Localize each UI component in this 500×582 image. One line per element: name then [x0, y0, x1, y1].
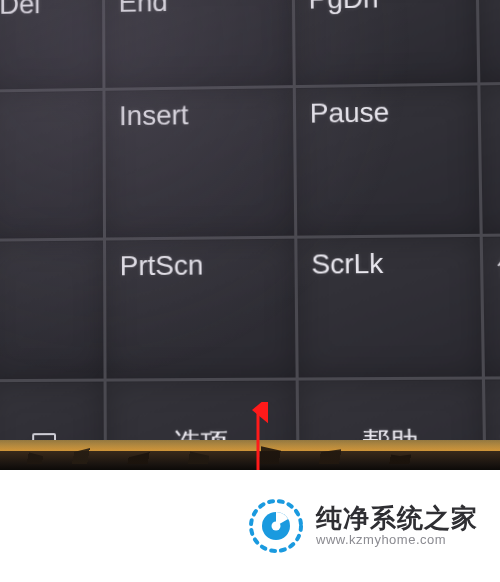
key-insert[interactable]: Insert — [104, 87, 296, 239]
watermark-bar: 纯净系统之家 www.kzmyhome.com — [0, 470, 500, 582]
key-delete[interactable]: Del — [0, 0, 104, 91]
brand-logo-icon — [248, 498, 304, 554]
on-screen-keyboard: Del End PgDn Insert Pause PrtScn ScrLk — [0, 0, 500, 452]
key-pause[interactable]: Pause — [294, 84, 481, 237]
key-blank-2[interactable] — [0, 239, 105, 381]
screen-photo: Del End PgDn Insert Pause PrtScn ScrLk — [0, 0, 500, 470]
key-label: Insert — [119, 99, 188, 131]
key-label: ScrLk — [311, 248, 383, 280]
key-cut-right-2[interactable]: 们 — [481, 235, 500, 378]
key-label: Del — [0, 0, 40, 20]
brand-text: 纯净系统之家 www.kzmyhome.com — [316, 504, 478, 549]
key-cut-right-1[interactable] — [479, 83, 500, 235]
key-label: PrtScn — [120, 250, 204, 282]
key-prtscn[interactable]: PrtScn — [104, 237, 297, 380]
key-pgdn[interactable]: PgDn — [293, 0, 479, 87]
brand-name-cn: 纯净系统之家 — [316, 504, 478, 534]
screenshot-root: Del End PgDn Insert Pause PrtScn ScrLk — [0, 0, 500, 582]
key-label: Pause — [310, 97, 390, 129]
key-cut-right-0[interactable] — [477, 0, 500, 84]
svg-point-3 — [272, 522, 281, 531]
key-label: PgDn — [308, 0, 378, 15]
brand-name-en: www.kzmyhome.com — [316, 533, 478, 548]
key-end[interactable]: End — [103, 0, 294, 89]
key-scrlk[interactable]: ScrLk — [296, 235, 484, 379]
key-label: End — [119, 0, 168, 18]
desktop-wallpaper-sliver — [0, 440, 500, 470]
key-blank-1[interactable] — [0, 89, 104, 240]
